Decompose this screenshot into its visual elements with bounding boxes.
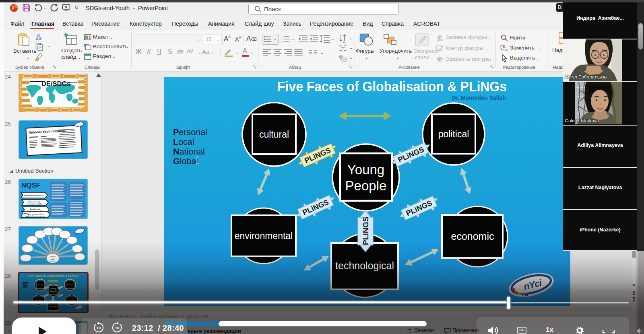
svg-text:cultural: cultural xyxy=(259,129,289,140)
svg-text:Five Faces of Globalisation &: Five Faces of Globalisation & PLiNGs xyxy=(28,274,78,277)
svg-text:Local: Local xyxy=(173,137,194,147)
svg-text:10: 10 xyxy=(97,326,101,330)
svg-text:3: 3 xyxy=(281,41,283,43)
svg-text:Five Faces of Globalisation &: Five Faces of Globalisation & PLiNGs xyxy=(277,78,507,94)
svg-text:NQSF: NQSF xyxy=(21,181,40,189)
svg-text:People: People xyxy=(50,290,56,293)
svg-text:developmental (2): developmental (2) xyxy=(27,203,41,205)
svg-text:DE/SDGs: DE/SDGs xyxy=(41,80,70,87)
svg-text:10: 10 xyxy=(115,326,120,330)
svg-text:environmental: environmental xyxy=(235,231,293,241)
svg-text:A: A xyxy=(343,40,345,44)
svg-text:cultural: cultural xyxy=(38,284,43,286)
svg-text:Global: Global xyxy=(173,157,198,166)
svg-text:Young: Young xyxy=(50,287,56,290)
svg-text:Dr. Momodou Sallah: Dr. Momodou Sallah xyxy=(452,95,506,101)
svg-text:PLiNGS: PLiNGS xyxy=(361,216,370,245)
svg-text:political: political xyxy=(438,129,469,139)
svg-text:Society: Society xyxy=(50,260,55,262)
svg-text:technological: technological xyxy=(335,260,394,271)
svg-text:1: 1 xyxy=(281,35,283,38)
svg-text:inclusiveness (3): inclusiveness (3) xyxy=(28,210,42,212)
svg-text:P: P xyxy=(12,6,14,10)
svg-text:Personal: Personal xyxy=(173,128,207,137)
svg-text:c: c xyxy=(505,47,508,52)
svg-text:Young person-centred (1): Young person-centred (1) xyxy=(24,194,44,196)
svg-text:People: People xyxy=(345,178,387,193)
svg-text:continuous improvement: continuous improvement xyxy=(25,216,45,218)
svg-text:Young: Young xyxy=(347,162,384,177)
svg-text:technologic: technologic xyxy=(49,305,57,307)
svg-text:political: political xyxy=(67,284,72,286)
svg-text:2: 2 xyxy=(281,38,283,41)
svg-text:National: National xyxy=(173,147,205,157)
svg-text:economic: economic xyxy=(451,231,494,242)
